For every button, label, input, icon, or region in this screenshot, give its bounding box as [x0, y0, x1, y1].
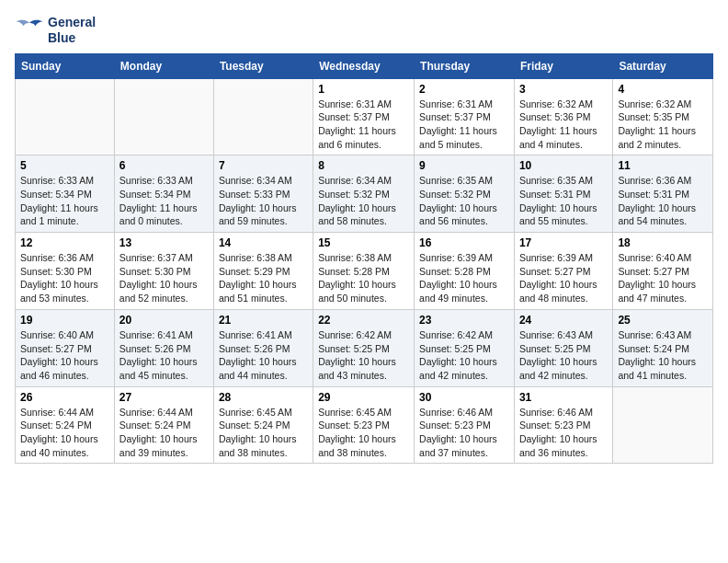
day-info: Sunrise: 6:44 AM Sunset: 5:24 PM Dayligh…: [20, 406, 109, 460]
day-number: 11: [618, 159, 708, 172]
column-header-sunday: Sunday: [16, 53, 115, 78]
calendar-cell: 21Sunrise: 6:41 AM Sunset: 5:26 PM Dayli…: [213, 309, 313, 386]
day-number: 29: [318, 391, 409, 404]
day-number: 3: [519, 83, 608, 96]
calendar-cell: 10Sunrise: 6:35 AM Sunset: 5:31 PM Dayli…: [514, 155, 612, 233]
logo-icon: [15, 16, 44, 45]
day-info: Sunrise: 6:33 AM Sunset: 5:34 PM Dayligh…: [119, 174, 209, 228]
day-number: 20: [119, 314, 209, 327]
day-info: Sunrise: 6:43 AM Sunset: 5:24 PM Dayligh…: [618, 328, 708, 383]
day-info: Sunrise: 6:41 AM Sunset: 5:26 PM Dayligh…: [119, 328, 209, 383]
day-info: Sunrise: 6:40 AM Sunset: 5:27 PM Dayligh…: [20, 328, 109, 383]
day-info: Sunrise: 6:41 AM Sunset: 5:26 PM Dayligh…: [219, 328, 308, 383]
calendar-week-row: 5Sunrise: 6:33 AM Sunset: 5:34 PM Daylig…: [16, 155, 713, 233]
logo-text: General Blue: [48, 15, 96, 46]
calendar-cell: 20Sunrise: 6:41 AM Sunset: 5:26 PM Dayli…: [114, 309, 213, 386]
day-info: Sunrise: 6:46 AM Sunset: 5:23 PM Dayligh…: [519, 406, 608, 460]
logo: General Blue: [15, 15, 96, 46]
day-info: Sunrise: 6:35 AM Sunset: 5:31 PM Dayligh…: [519, 174, 608, 228]
day-info: Sunrise: 6:42 AM Sunset: 5:25 PM Dayligh…: [318, 328, 409, 383]
calendar-week-row: 12Sunrise: 6:36 AM Sunset: 5:30 PM Dayli…: [16, 233, 713, 310]
calendar-cell: [16, 78, 115, 155]
calendar-cell: 29Sunrise: 6:45 AM Sunset: 5:23 PM Dayli…: [313, 386, 415, 464]
calendar-cell: 19Sunrise: 6:40 AM Sunset: 5:27 PM Dayli…: [16, 309, 115, 386]
day-number: 7: [219, 159, 308, 172]
calendar-cell: 4Sunrise: 6:32 AM Sunset: 5:35 PM Daylig…: [613, 78, 713, 155]
day-number: 6: [119, 159, 209, 172]
calendar-cell: 5Sunrise: 6:33 AM Sunset: 5:34 PM Daylig…: [16, 155, 115, 233]
day-info: Sunrise: 6:45 AM Sunset: 5:23 PM Dayligh…: [318, 406, 409, 460]
day-info: Sunrise: 6:39 AM Sunset: 5:28 PM Dayligh…: [419, 251, 509, 305]
day-info: Sunrise: 6:44 AM Sunset: 5:24 PM Dayligh…: [119, 406, 209, 460]
calendar-cell: 9Sunrise: 6:35 AM Sunset: 5:32 PM Daylig…: [415, 155, 515, 233]
day-number: 14: [219, 236, 308, 249]
day-info: Sunrise: 6:36 AM Sunset: 5:31 PM Dayligh…: [618, 174, 708, 228]
column-header-monday: Monday: [114, 53, 213, 78]
day-number: 1: [318, 83, 409, 96]
day-number: 24: [519, 314, 608, 327]
column-header-tuesday: Tuesday: [213, 53, 313, 78]
day-number: 21: [219, 314, 308, 327]
calendar-cell: 2Sunrise: 6:31 AM Sunset: 5:37 PM Daylig…: [415, 78, 515, 155]
calendar-cell: 8Sunrise: 6:34 AM Sunset: 5:32 PM Daylig…: [313, 155, 415, 233]
calendar-cell: 24Sunrise: 6:43 AM Sunset: 5:25 PM Dayli…: [514, 309, 612, 386]
calendar-cell: 3Sunrise: 6:32 AM Sunset: 5:36 PM Daylig…: [514, 78, 612, 155]
day-info: Sunrise: 6:31 AM Sunset: 5:37 PM Dayligh…: [419, 98, 509, 152]
day-number: 10: [519, 159, 608, 172]
day-info: Sunrise: 6:32 AM Sunset: 5:36 PM Dayligh…: [519, 98, 608, 152]
column-header-friday: Friday: [514, 53, 612, 78]
day-number: 30: [419, 391, 509, 404]
day-number: 25: [618, 314, 708, 327]
day-number: 23: [419, 314, 509, 327]
day-number: 8: [318, 159, 409, 172]
calendar-cell: 17Sunrise: 6:39 AM Sunset: 5:27 PM Dayli…: [514, 233, 612, 310]
calendar-cell: 7Sunrise: 6:34 AM Sunset: 5:33 PM Daylig…: [213, 155, 313, 233]
calendar-cell: 13Sunrise: 6:37 AM Sunset: 5:30 PM Dayli…: [114, 233, 213, 310]
calendar-cell: [613, 386, 713, 464]
calendar-header-row: SundayMondayTuesdayWednesdayThursdayFrid…: [16, 53, 713, 78]
calendar-cell: 12Sunrise: 6:36 AM Sunset: 5:30 PM Dayli…: [16, 233, 115, 310]
day-info: Sunrise: 6:31 AM Sunset: 5:37 PM Dayligh…: [318, 98, 409, 152]
calendar-cell: 28Sunrise: 6:45 AM Sunset: 5:24 PM Dayli…: [213, 386, 313, 464]
column-header-thursday: Thursday: [415, 53, 515, 78]
calendar-cell: 26Sunrise: 6:44 AM Sunset: 5:24 PM Dayli…: [16, 386, 115, 464]
day-number: 22: [318, 314, 409, 327]
calendar-cell: 16Sunrise: 6:39 AM Sunset: 5:28 PM Dayli…: [415, 233, 515, 310]
calendar-cell: 23Sunrise: 6:42 AM Sunset: 5:25 PM Dayli…: [415, 309, 515, 386]
day-info: Sunrise: 6:33 AM Sunset: 5:34 PM Dayligh…: [20, 174, 109, 228]
day-info: Sunrise: 6:46 AM Sunset: 5:23 PM Dayligh…: [419, 406, 509, 460]
calendar-cell: 14Sunrise: 6:38 AM Sunset: 5:29 PM Dayli…: [213, 233, 313, 310]
column-header-saturday: Saturday: [613, 53, 713, 78]
calendar-cell: 30Sunrise: 6:46 AM Sunset: 5:23 PM Dayli…: [415, 386, 515, 464]
calendar-cell: 22Sunrise: 6:42 AM Sunset: 5:25 PM Dayli…: [313, 309, 415, 386]
calendar-week-row: 26Sunrise: 6:44 AM Sunset: 5:24 PM Dayli…: [16, 386, 713, 464]
day-number: 4: [618, 83, 708, 96]
day-number: 17: [519, 236, 608, 249]
day-number: 26: [20, 391, 109, 404]
day-number: 16: [419, 236, 509, 249]
day-number: 12: [20, 236, 109, 249]
calendar-cell: 18Sunrise: 6:40 AM Sunset: 5:27 PM Dayli…: [613, 233, 713, 310]
day-info: Sunrise: 6:45 AM Sunset: 5:24 PM Dayligh…: [219, 406, 308, 460]
calendar-table: SundayMondayTuesdayWednesdayThursdayFrid…: [15, 53, 713, 465]
calendar-cell: 6Sunrise: 6:33 AM Sunset: 5:34 PM Daylig…: [114, 155, 213, 233]
column-header-wednesday: Wednesday: [313, 53, 415, 78]
calendar-cell: 31Sunrise: 6:46 AM Sunset: 5:23 PM Dayli…: [514, 386, 612, 464]
day-number: 19: [20, 314, 109, 327]
day-info: Sunrise: 6:36 AM Sunset: 5:30 PM Dayligh…: [20, 251, 109, 305]
day-info: Sunrise: 6:38 AM Sunset: 5:29 PM Dayligh…: [219, 251, 308, 305]
calendar-week-row: 19Sunrise: 6:40 AM Sunset: 5:27 PM Dayli…: [16, 309, 713, 386]
calendar-cell: [213, 78, 313, 155]
calendar-week-row: 1Sunrise: 6:31 AM Sunset: 5:37 PM Daylig…: [16, 78, 713, 155]
day-number: 15: [318, 236, 409, 249]
day-number: 31: [519, 391, 608, 404]
calendar-cell: 11Sunrise: 6:36 AM Sunset: 5:31 PM Dayli…: [613, 155, 713, 233]
calendar-cell: 1Sunrise: 6:31 AM Sunset: 5:37 PM Daylig…: [313, 78, 415, 155]
calendar-cell: 27Sunrise: 6:44 AM Sunset: 5:24 PM Dayli…: [114, 386, 213, 464]
day-number: 2: [419, 83, 509, 96]
day-number: 27: [119, 391, 209, 404]
day-number: 5: [20, 159, 109, 172]
day-info: Sunrise: 6:34 AM Sunset: 5:33 PM Dayligh…: [219, 174, 308, 228]
day-number: 28: [219, 391, 308, 404]
day-number: 13: [119, 236, 209, 249]
